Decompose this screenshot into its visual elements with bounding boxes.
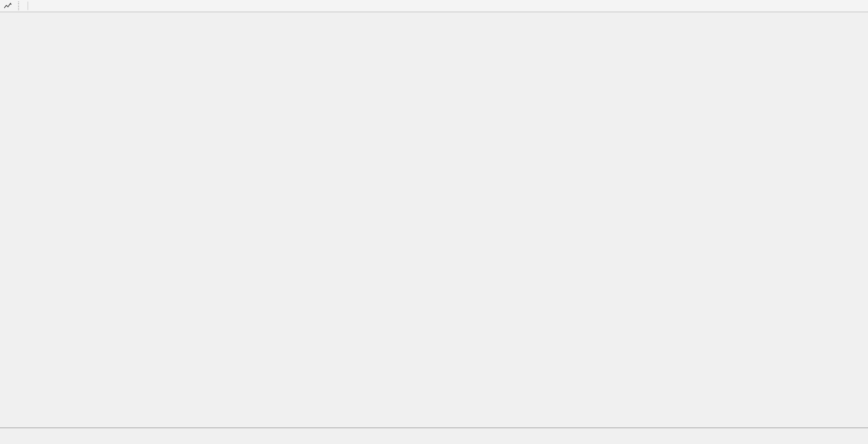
mt4-window [0,0,868,444]
line-studies-icon[interactable] [3,2,13,10]
chart-canvas[interactable] [0,0,868,428]
chart-tab-bar [0,428,868,442]
toolbar-grip-handle[interactable] [18,2,20,10]
timeframe-toolbar [0,0,868,12]
toolbar-separator [28,2,28,10]
